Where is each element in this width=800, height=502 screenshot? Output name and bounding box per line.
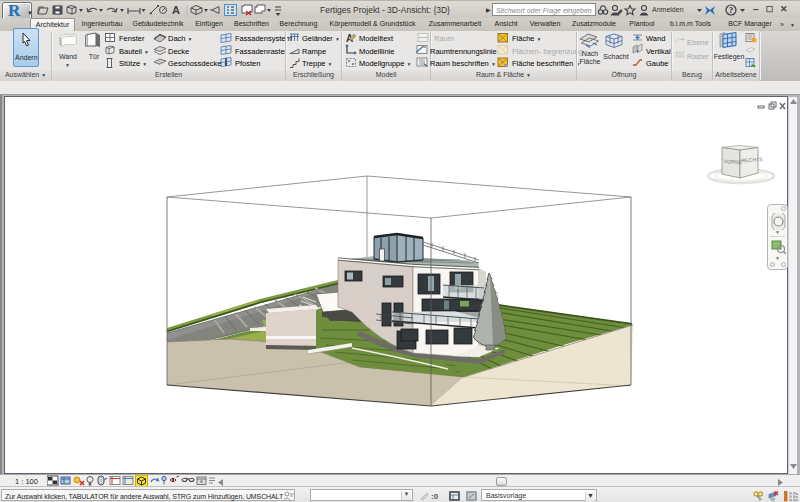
svg-text:A: A bbox=[172, 4, 180, 16]
svg-text:?: ? bbox=[729, 5, 734, 15]
svg-text::0: :0 bbox=[431, 492, 439, 501]
svg-text:RECHTS: RECHTS bbox=[741, 156, 763, 164]
